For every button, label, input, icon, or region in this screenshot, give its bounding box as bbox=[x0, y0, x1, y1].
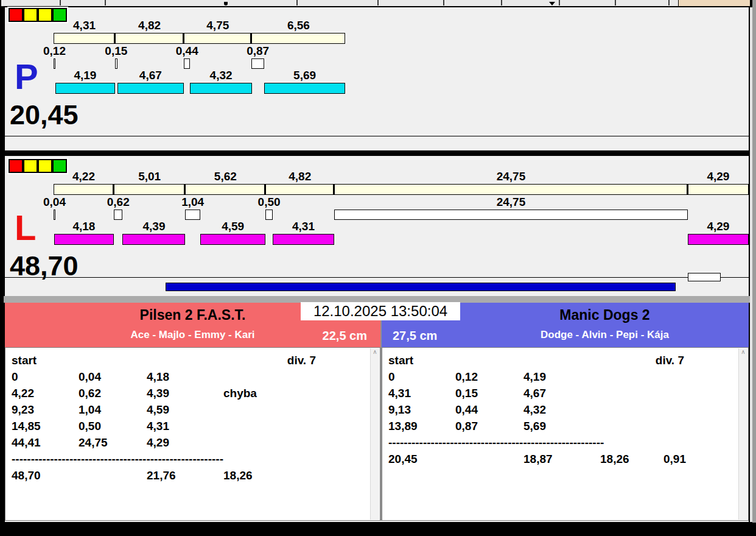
thick-divider-bar bbox=[2, 150, 750, 156]
split-time-label: 4,82 bbox=[289, 171, 311, 183]
table-cell: 0,15 bbox=[455, 387, 478, 400]
table-start-label: start bbox=[388, 354, 413, 367]
traffic-light bbox=[7, 158, 68, 174]
box-turn-bar bbox=[265, 210, 273, 220]
lane-total-time: 20,45 bbox=[10, 101, 79, 129]
table-cell: 14,85 bbox=[12, 420, 41, 433]
split-bar-segment bbox=[688, 184, 749, 195]
box-turn-bar bbox=[251, 58, 264, 69]
table-cell: 4,31 bbox=[388, 387, 411, 400]
split-bar-segment bbox=[265, 184, 334, 195]
split-time-label: 24,75 bbox=[497, 171, 526, 183]
split-time-label: 4,82 bbox=[138, 19, 161, 32]
table-cell: 24,75 bbox=[79, 436, 108, 450]
table-cell: 0,87 bbox=[455, 420, 478, 433]
dog-time-bar bbox=[54, 234, 114, 245]
toolbar-segment-divider bbox=[559, 0, 560, 5]
lane-left-L: 4,225,015,624,8224,754,290,040,621,040,5… bbox=[5, 157, 749, 277]
scroll-up-arrow[interactable]: ∧ bbox=[371, 348, 379, 356]
box-turn-bar bbox=[185, 210, 200, 220]
split-bar-segment bbox=[185, 184, 265, 195]
traffic-light-cell bbox=[23, 8, 38, 22]
dog-time-label: 4,39 bbox=[142, 220, 165, 233]
table-cell: 0,50 bbox=[79, 420, 101, 433]
dog-time-bar bbox=[117, 83, 184, 94]
progress-strip-top-line bbox=[5, 277, 749, 278]
toolbar-segment-divider bbox=[615, 0, 616, 5]
box-time-label: 24,75 bbox=[497, 196, 526, 208]
split-time-label: 4,29 bbox=[707, 171, 729, 183]
dog-time-label: 4,32 bbox=[210, 69, 233, 82]
dog-time-label: 4,67 bbox=[139, 69, 162, 82]
run-table[interactable]: startdiv. 700,044,184,220,624,39chyba9,2… bbox=[5, 347, 380, 521]
dog-time-label: 4,19 bbox=[74, 69, 96, 82]
table-scrollbar[interactable]: ∧ bbox=[738, 348, 747, 520]
box-turn-bar bbox=[115, 58, 117, 69]
box-time-label: 1,04 bbox=[181, 196, 204, 208]
jump-height-label: 22,5 cm bbox=[323, 329, 367, 343]
traffic-light-cell bbox=[38, 8, 52, 22]
box-time-label: 0,12 bbox=[43, 45, 66, 57]
split-time-label: 5,62 bbox=[214, 171, 237, 183]
table-total-cell: 0,91 bbox=[663, 453, 686, 466]
table-cell: 1,04 bbox=[79, 403, 101, 417]
box-time-label: 0,04 bbox=[43, 196, 66, 208]
table-cell: 0,44 bbox=[455, 403, 478, 417]
box-time-label: 0,15 bbox=[105, 45, 127, 57]
jump-height-label: 27,5 cm bbox=[393, 329, 437, 343]
toolbar-segment-divider bbox=[296, 0, 298, 5]
dog-time-bar bbox=[264, 83, 345, 94]
split-time-label: 6,56 bbox=[287, 19, 310, 32]
split-bar-segment bbox=[114, 184, 185, 195]
split-time-label: 4,22 bbox=[72, 171, 95, 183]
split-time-label: 4,75 bbox=[206, 19, 229, 32]
split-bar-segment bbox=[184, 33, 251, 44]
traffic-light-cell bbox=[23, 159, 38, 173]
toolbar-segment-divider bbox=[501, 0, 502, 5]
table-cell: 9,23 bbox=[12, 403, 34, 417]
table-scrollbar[interactable]: ∧ bbox=[370, 348, 379, 520]
dog-time-bar bbox=[55, 83, 115, 94]
dog-time-bar bbox=[122, 234, 185, 245]
split-bar-segment bbox=[334, 184, 687, 195]
table-cell: 4,18 bbox=[147, 370, 169, 384]
table-cell: 4,31 bbox=[147, 420, 169, 433]
table-total-cell: 21,76 bbox=[147, 469, 176, 482]
table-cell: 4,19 bbox=[523, 370, 546, 384]
table-cell: 13,89 bbox=[388, 420, 418, 433]
toolbar-segment-divider bbox=[105, 0, 106, 5]
dog-time-bar bbox=[273, 234, 334, 245]
small-indicator-box bbox=[688, 273, 721, 281]
table-division-label: div. 7 bbox=[656, 354, 684, 367]
box-time-label: 0,44 bbox=[176, 45, 198, 57]
table-total-cell: 18,26 bbox=[223, 469, 253, 482]
traffic-light-cell bbox=[38, 159, 52, 173]
box-turn-bar bbox=[114, 210, 123, 220]
table-cell: 0 bbox=[12, 370, 18, 384]
scroll-up-arrow[interactable]: ∧ bbox=[739, 348, 747, 356]
toolbar-segment-divider bbox=[668, 0, 670, 5]
dog-time-label: 4,31 bbox=[292, 220, 315, 233]
app-window: 4,314,824,756,560,120,150,440,874,194,67… bbox=[0, 0, 756, 536]
box-time-label: 0,87 bbox=[247, 45, 269, 57]
traffic-light-cell bbox=[9, 8, 23, 22]
team-panel-right: Manic Dogs 2 Dodge - Alvin - Pepi - Kája… bbox=[382, 303, 749, 521]
dog-time-label: 4,29 bbox=[707, 220, 729, 233]
traffic-light-cell bbox=[52, 159, 67, 173]
split-bar-segment bbox=[251, 33, 345, 44]
lane-letter: L bbox=[15, 211, 36, 245]
traffic-light bbox=[7, 7, 68, 23]
run-table[interactable]: startdiv. 700,124,194,310,154,679,130,44… bbox=[382, 347, 749, 521]
table-cell: 0,04 bbox=[79, 370, 101, 384]
table-cell: 4,67 bbox=[523, 387, 546, 400]
lane-right-P: 4,314,824,756,560,120,150,440,874,194,67… bbox=[5, 6, 749, 149]
table-separator: ----------------------------------------… bbox=[388, 436, 604, 450]
table-total-cell: 20,45 bbox=[388, 453, 418, 466]
table-total-cell: 18,26 bbox=[600, 453, 629, 466]
box-turn-bar bbox=[54, 58, 55, 69]
table-cell: 0,12 bbox=[455, 370, 478, 384]
lane-total-time: 48,70 bbox=[10, 252, 79, 280]
table-total-cell: 18,87 bbox=[523, 453, 553, 466]
dog-time-label: 4,59 bbox=[222, 220, 244, 233]
table-cell: 0,62 bbox=[79, 387, 101, 400]
